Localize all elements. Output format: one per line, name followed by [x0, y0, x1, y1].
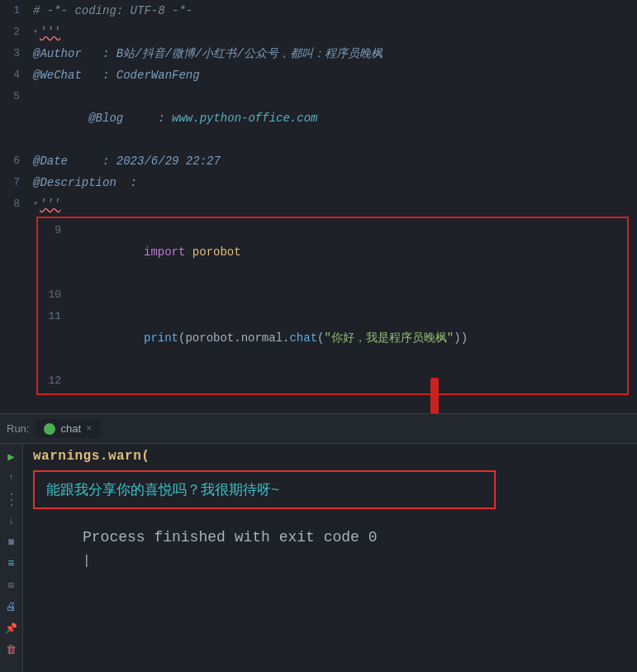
- cursor-line: |: [33, 554, 627, 569]
- stop-button[interactable]: ■: [4, 535, 19, 550]
- line-num-3: 3: [0, 43, 33, 64]
- line-content-7: @Description :: [33, 172, 637, 193]
- run-label: Run:: [7, 422, 29, 435]
- line-num-11: 11: [41, 306, 74, 327]
- code-line-12: 12: [41, 370, 624, 392]
- code-line-6: 6 @Date : 2023/6/29 22:27: [0, 150, 637, 172]
- line-num-4: 4: [0, 64, 33, 86]
- pin-button[interactable]: 📌: [4, 621, 19, 636]
- arrow-area: [0, 397, 637, 413]
- run-content: warnings.warn( 能跟我分享你的喜悦吗？我很期待呀~ Process…: [23, 444, 637, 672]
- code-line-3: 3 @Author : B站/抖音/微博/小红书/公众号，都叫：程序员晚枫: [0, 43, 637, 64]
- line-content-10: [74, 284, 624, 306]
- line-num-8: 8: [0, 193, 33, 215]
- run-tab-dot: [46, 426, 53, 432]
- code-line-10: 10: [41, 284, 624, 306]
- line-num-12: 12: [41, 370, 74, 392]
- message-text: 能跟我分享你的喜悦吗？我很期待呀~: [46, 483, 279, 498]
- line-num-5: 5: [0, 86, 33, 107]
- run-header: Run: chat ×: [0, 414, 637, 444]
- run-tab-close-btn[interactable]: ×: [86, 423, 92, 435]
- arrow-shaft: [430, 378, 439, 413]
- down-button[interactable]: ↓: [4, 513, 19, 528]
- message-box: 能跟我分享你的喜悦吗？我很期待呀~: [33, 470, 496, 509]
- rerun-button[interactable]: ≡: [4, 556, 19, 571]
- line-content-6: @Date : 2023/6/29 22:27: [33, 150, 637, 172]
- line-content-8: ''': [40, 193, 637, 215]
- line-content-4: @WeChat : CoderWanFeng: [33, 64, 637, 86]
- run-tab[interactable]: chat ×: [36, 419, 100, 438]
- code-line-5: 5 @Blog : www.python-office.com: [0, 86, 637, 150]
- line-num-10: 10: [41, 284, 74, 306]
- line-content-5: @Blog : www.python-office.com: [33, 86, 637, 150]
- print-button[interactable]: 🖨: [4, 599, 19, 614]
- warning-text: warnings.warn(: [33, 449, 627, 464]
- code-line-8: 8 ▾ ''': [0, 193, 637, 215]
- run-tab-icon: [44, 423, 55, 435]
- line-content-1: # -*- coding: UTF-8 -*-: [33, 0, 637, 21]
- run-panel: Run: chat × ▶ ↑ ⋮ ↓ ■ ≡ ⊞ 🖨 📌 🗑 warnings…: [0, 413, 637, 672]
- line-num-1: 1: [0, 0, 33, 21]
- fold-icon-2[interactable]: ▾: [33, 21, 38, 43]
- code-area: 1 # -*- coding: UTF-8 -*- 2 ▾ ''' 3 @Aut…: [0, 0, 637, 413]
- editor-section: 1 # -*- coding: UTF-8 -*- 2 ▾ ''' 3 @Aut…: [0, 0, 637, 413]
- grid-button[interactable]: ⊞: [4, 578, 19, 593]
- down-arrow: [414, 378, 455, 413]
- delete-button[interactable]: 🗑: [4, 642, 19, 657]
- more-button[interactable]: ⋮: [4, 492, 19, 507]
- code-line-4: 4 @WeChat : CoderWanFeng: [0, 64, 637, 86]
- line-content-3: @Author : B站/抖音/微博/小红书/公众号，都叫：程序员晚枫: [33, 43, 637, 64]
- line-content-9: import porobot: [74, 220, 624, 284]
- code-line-9: 9 import porobot: [41, 220, 624, 284]
- line-num-9: 9: [41, 220, 74, 241]
- run-body: ▶ ↑ ⋮ ↓ ■ ≡ ⊞ 🖨 📌 🗑 warnings.warn( 能跟我分享…: [0, 444, 637, 672]
- line-content-12: [74, 370, 624, 392]
- line-num-2: 2: [0, 21, 33, 43]
- line-content-2: ''': [40, 21, 637, 43]
- run-sidebar: ▶ ↑ ⋮ ↓ ■ ≡ ⊞ 🖨 📌 🗑: [0, 444, 23, 672]
- fold-icon-8[interactable]: ▾: [33, 193, 38, 215]
- line-content-11: print(porobot.normal.chat("你好，我是程序员晚枫")): [74, 306, 624, 370]
- line-num-7: 7: [0, 172, 33, 193]
- play-button[interactable]: ▶: [4, 449, 19, 464]
- line-num-6: 6: [0, 150, 33, 172]
- code-line-11: 11 print(porobot.normal.chat("你好，我是程序员晚枫…: [41, 306, 624, 370]
- up-button[interactable]: ↑: [4, 470, 19, 485]
- code-line-7: 7 @Description :: [0, 172, 637, 193]
- process-finished-text: Process finished with exit code 0: [33, 529, 627, 546]
- highlighted-code-block: 9 import porobot 10 11 print(porobot.nor…: [36, 217, 629, 395]
- code-line-1: 1 # -*- coding: UTF-8 -*-: [0, 0, 637, 21]
- code-line-2: 2 ▾ ''': [0, 21, 637, 43]
- run-tab-name: chat: [60, 422, 81, 435]
